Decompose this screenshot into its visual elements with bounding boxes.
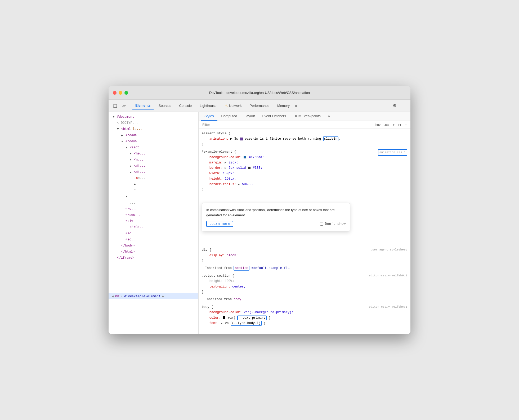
triangle-icon[interactable]: ▼ <box>126 195 127 198</box>
animation-property[interactable]: animation: <box>209 137 229 141</box>
cls-button[interactable]: .cls <box>383 122 390 127</box>
triangle-icon[interactable]: ▶ <box>134 183 136 186</box>
tab-layout[interactable]: Layout <box>241 112 258 121</box>
dom-node-sc1[interactable]: <sc... <box>109 231 198 237</box>
triangle-icon[interactable]: ▶ <box>130 171 132 174</box>
font-triangle[interactable]: ▶ <box>221 322 222 325</box>
element-state-button[interactable]: ⊡ <box>397 122 402 127</box>
dom-node-close-iframe[interactable]: </iframe> <box>109 255 198 261</box>
display-property[interactable]: display: <box>209 254 225 257</box>
triangle-icon[interactable]: ▶ <box>130 152 132 155</box>
tab-computed[interactable]: Computed <box>217 112 241 121</box>
height-inactive-property[interactable]: height: <box>209 279 223 283</box>
dom-node-close-html[interactable]: </html> <box>109 249 198 255</box>
styles-tab-bar: Styles Computed Layout Event Listeners D… <box>199 112 410 121</box>
more-tabs-button[interactable]: » <box>294 103 298 109</box>
dom-node-close-c[interactable]: </c... <box>109 206 198 212</box>
border-radius-property[interactable]: border-radius: <box>209 182 236 186</box>
tab-event-listeners[interactable]: Event Listeners <box>258 112 290 121</box>
dom-node-sect[interactable]: ▼ <sect... <box>109 145 198 151</box>
color-property[interactable]: color: <box>209 316 221 320</box>
border-color-value: #333; <box>253 166 262 170</box>
breadcrumb-mn[interactable]: mn <box>115 294 119 298</box>
tab-performance[interactable]: Performance <box>246 102 273 109</box>
dom-node-document[interactable]: ▼ #document <box>109 114 198 120</box>
back-arrow[interactable]: ◀ <box>112 294 114 298</box>
border-radius-triangle[interactable]: ▶ <box>238 183 240 186</box>
dom-node-star[interactable]: ▶ <box>109 181 198 188</box>
dom-node-div[interactable]: <div <box>109 218 198 224</box>
triangle-icon[interactable]: ▼ <box>113 115 115 118</box>
margin-triangle[interactable]: ▶ <box>225 161 226 164</box>
body-bg-value: var(--background-primary); <box>244 311 293 314</box>
tab-more[interactable]: » <box>324 112 334 121</box>
dom-node-nc[interactable]: ▶ <n... <box>109 157 198 163</box>
triangle-icon[interactable]: ▶ <box>121 134 123 137</box>
border-property[interactable]: border: <box>209 166 223 170</box>
dom-node-he[interactable]: ▶ <he... <box>109 151 198 157</box>
learn-more-button[interactable]: Learn more <box>206 221 233 227</box>
dom-node-body[interactable]: ▼ <body> <box>109 139 198 145</box>
breadcrumb-div[interactable]: div#example-element <box>124 294 160 298</box>
mobile-icon[interactable]: ▱ <box>120 102 128 110</box>
dom-node-sc2[interactable]: <sc... <box>109 237 198 243</box>
tab-console[interactable]: Console <box>176 102 196 109</box>
tab-dom-breakpoints[interactable]: DOM Breakpoints <box>290 112 324 121</box>
triangle-icon[interactable]: ▼ <box>126 146 127 149</box>
font-property[interactable]: font: <box>209 321 219 325</box>
dom-node-ellipsis[interactable]: ... <box>109 200 198 206</box>
dom-tree-panel: ▼ #document <!DOCTYP... ▼ <html la... ▶ … <box>109 112 199 334</box>
tab-memory[interactable]: Memory <box>274 102 293 109</box>
filter-input[interactable] <box>201 122 372 127</box>
text-align-property[interactable]: text-align: <box>209 285 230 289</box>
minimize-button[interactable] <box>119 91 122 95</box>
close-button[interactable] <box>113 91 117 95</box>
dom-node-di2[interactable]: ▶ <di... <box>109 169 198 175</box>
devtools-toolbar: ⬚ ▱ Elements Sources Console Lighthouse … <box>109 100 410 112</box>
maximize-button[interactable] <box>124 91 128 95</box>
tab-lighthouse[interactable]: Lighthouse <box>196 102 220 109</box>
border-triangle[interactable]: ▶ <box>225 167 226 170</box>
hov-button[interactable]: :hov <box>373 122 382 127</box>
tab-styles[interactable]: Styles <box>201 112 217 121</box>
margin-property[interactable]: margin: <box>209 161 223 165</box>
settings-icon[interactable]: ⚙ <box>390 102 399 110</box>
dont-show-checkbox[interactable] <box>320 222 323 226</box>
more-options-icon[interactable]: ⋮ <box>400 102 408 110</box>
dom-node-bc[interactable]: -bc... <box>109 175 198 181</box>
body-bg-property[interactable]: background-color: <box>209 311 242 314</box>
width-property[interactable]: width: <box>209 172 221 175</box>
dom-node-di1[interactable]: ▶ <di... <box>109 163 198 169</box>
dom-node-asterisk[interactable]: * <box>109 188 198 194</box>
editor-css-source-1[interactable]: editor-css…v=ae1feb6:1 <box>369 273 407 278</box>
user-agent-text: user agent stylesheet <box>370 247 407 252</box>
styles-grid-button[interactable]: ⊞ <box>404 122 408 127</box>
triangle-icon[interactable]: ▶ <box>130 165 132 168</box>
dom-node-e[interactable]: e">Co... <box>109 224 198 230</box>
dom-node-sect2[interactable]: ▼ <box>109 194 198 200</box>
dom-node-close-sec[interactable]: </sec... <box>109 212 198 218</box>
animation-css-source[interactable]: animation.css:1 <box>378 149 407 156</box>
add-style-button[interactable]: + <box>392 122 396 127</box>
tab-sources[interactable]: Sources <box>155 102 175 109</box>
triangle-icon[interactable]: ▶ <box>130 158 132 161</box>
editor-css-source-2[interactable]: editor-css…v=ae1feb6:1 <box>369 304 407 309</box>
cursor-icon[interactable]: ⬚ <box>111 102 119 110</box>
animation-color-swatch[interactable] <box>240 138 243 140</box>
dom-node-html[interactable]: ▼ <html la... <box>109 126 198 132</box>
dom-node-head[interactable]: ▶ <head> <box>109 133 198 139</box>
bg-color-swatch[interactable] <box>244 156 246 158</box>
dom-node-doctype[interactable]: <!DOCTYP... <box>109 120 198 126</box>
tab-network[interactable]: ⚠ Network <box>221 102 245 109</box>
bg-color-property[interactable]: background-color: <box>209 156 242 159</box>
forward-arrow[interactable]: ▶ <box>162 294 164 298</box>
color-swatch[interactable] <box>223 316 225 319</box>
display-value: block; <box>227 254 238 257</box>
border-color-swatch[interactable] <box>248 167 250 169</box>
body-rule: body { editor-css…v=ae1feb6:1 background… <box>199 303 410 327</box>
height-property[interactable]: height: <box>209 177 223 181</box>
triangle-icon[interactable]: ▼ <box>117 127 119 131</box>
dom-node-close-body[interactable]: </body> <box>109 243 198 249</box>
triangle-icon[interactable]: ▼ <box>121 140 123 143</box>
tab-elements[interactable]: Elements <box>132 102 154 109</box>
